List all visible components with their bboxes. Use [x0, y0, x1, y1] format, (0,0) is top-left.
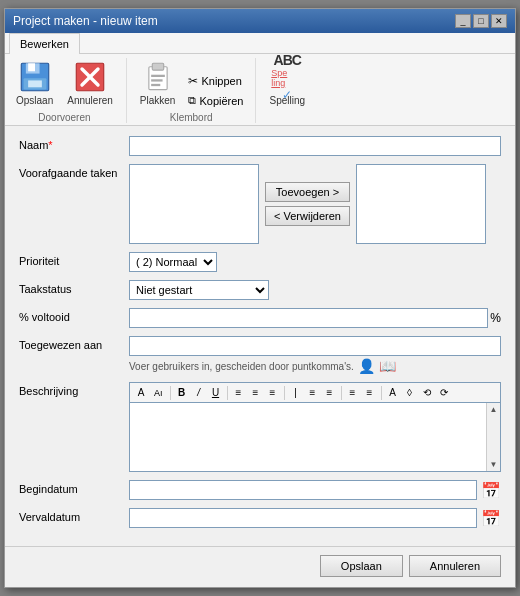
toegewezen-control: Voer gebruikers in, gescheiden door punt… — [129, 336, 501, 374]
vervaldatum-control: 📅 — [129, 508, 501, 528]
vervaldatum-row: Vervaldatum 📅 — [19, 508, 501, 528]
scroll-up-arrow[interactable]: ▲ — [488, 403, 500, 416]
beschrijving-row: Beschrijving A Aı B / U ≡ ≡ ≡ | ≡ ≡ — [19, 382, 501, 472]
begindatum-calendar-icon[interactable]: 📅 — [481, 481, 501, 500]
vervaldatum-input[interactable] — [129, 508, 477, 528]
ribbon-cancel-button[interactable]: Annuleren — [62, 58, 118, 109]
vertical-scrollbar[interactable]: ▲ ▼ — [486, 403, 500, 471]
begindatum-control: 📅 — [129, 480, 501, 500]
people-icon[interactable]: 👤 — [358, 358, 375, 374]
ribbon-save-button[interactable]: Opslaan — [11, 58, 58, 109]
taakstatus-control: Niet gestart Bezig Voltooid Uitgesteld — [129, 280, 501, 300]
desc-underline-btn[interactable]: U — [208, 385, 224, 400]
taakstatus-select[interactable]: Niet gestart Bezig Voltooid Uitgesteld — [129, 280, 269, 300]
desc-redo-btn[interactable]: ⟳ — [436, 385, 452, 400]
desc-align-center-btn[interactable]: ≡ — [248, 385, 264, 400]
ribbon-cut-button[interactable]: ✂ Knippen — [184, 72, 247, 90]
toevoegen-button[interactable]: Toevoegen > — [265, 182, 350, 202]
desc-font-btn[interactable]: A — [133, 385, 149, 400]
svg-rect-2 — [28, 63, 35, 71]
desc-font-size-btn[interactable]: Aı — [150, 386, 167, 400]
save-label: Opslaan — [16, 95, 53, 106]
vervaldatum-calendar-icon[interactable]: 📅 — [481, 509, 501, 528]
desc-italic-btn[interactable]: / — [191, 385, 207, 400]
desc-color-btn[interactable]: A — [385, 385, 401, 400]
toegewezen-input-row — [129, 336, 501, 356]
scissors-icon: ✂ — [188, 74, 198, 88]
toolbar-sep-4 — [341, 386, 342, 400]
desc-align-left-btn[interactable]: ≡ — [231, 385, 247, 400]
ribbon-paste-button[interactable]: Plakken — [135, 58, 181, 109]
spelling-icon: ABC Spe ling ✓ — [271, 61, 303, 93]
footer-cancel-button[interactable]: Annuleren — [409, 555, 501, 577]
pct-label: % voltooid — [19, 308, 129, 323]
close-button[interactable]: ✕ — [491, 14, 507, 28]
desc-undo-btn[interactable]: ⟲ — [419, 385, 435, 400]
restore-button[interactable]: □ — [473, 14, 489, 28]
desc-list2-btn[interactable]: ≡ — [322, 385, 338, 400]
beschrijving-label: Beschrijving — [19, 382, 129, 397]
ribbon-spelling-button[interactable]: ABC Spe ling ✓ Spelling — [264, 58, 310, 109]
taakstatus-row: Taakstatus Niet gestart Bezig Voltooid U… — [19, 280, 501, 300]
ribbon-content: Opslaan Annuleren Do — [5, 54, 515, 125]
svg-rect-12 — [151, 84, 160, 86]
naam-control — [129, 136, 501, 156]
prioriteit-select[interactable]: ( 2) Normaal (1) Hoog (3) Laag — [129, 252, 217, 272]
footer-save-button[interactable]: Opslaan — [320, 555, 403, 577]
beschrijving-editor[interactable]: ▲ ▼ — [129, 402, 501, 472]
desc-bold-btn[interactable]: B — [174, 385, 190, 400]
add-remove-buttons: Toevoegen > < Verwijderen — [265, 164, 350, 244]
scroll-down-arrow[interactable]: ▼ — [488, 458, 500, 471]
pct-input[interactable] — [129, 308, 488, 328]
voorafgaande-left-list[interactable] — [129, 164, 259, 244]
svg-rect-11 — [151, 79, 162, 81]
naam-label: Naam* — [19, 136, 129, 151]
minimize-button[interactable]: _ — [455, 14, 471, 28]
prioriteit-control: ( 2) Normaal (1) Hoog (3) Laag — [129, 252, 501, 272]
desc-outdent2-btn[interactable]: ≡ — [362, 385, 378, 400]
voorafgaande-row: Voorafgaande taken Toevoegen > < Verwijd… — [19, 164, 501, 244]
klembord-small-buttons: ✂ Knippen ⧉ Kopiëren — [184, 72, 247, 109]
paste-label: Plakken — [140, 95, 176, 106]
cancel-ribbon-label: Annuleren — [67, 95, 113, 106]
desc-indent-btn[interactable]: | — [288, 385, 304, 400]
klembord-buttons: Plakken ✂ Knippen ⧉ Kopiëren — [135, 58, 248, 109]
ribbon: Bewerken — [5, 33, 515, 126]
pct-row: % voltooid % — [19, 308, 501, 328]
form-area: Naam* Voorafgaande taken Toevoegen > < V… — [5, 126, 515, 546]
copy-icon: ⧉ — [188, 94, 196, 107]
verwijderen-button[interactable]: < Verwijderen — [265, 206, 350, 226]
toegewezen-input[interactable] — [129, 336, 501, 356]
prioriteit-row: Prioriteit ( 2) Normaal (1) Hoog (3) Laa… — [19, 252, 501, 272]
toegewezen-label: Toegewezen aan — [19, 336, 129, 351]
toolbar-sep-3 — [284, 386, 285, 400]
desc-list-btn[interactable]: ≡ — [305, 385, 321, 400]
footer-buttons: Opslaan Annuleren — [5, 546, 515, 587]
toegewezen-hint: Voer gebruikers in, gescheiden door punt… — [129, 358, 501, 374]
ribbon-tabs: Bewerken — [5, 33, 515, 54]
voorafgaande-right-list[interactable] — [356, 164, 486, 244]
begindatum-input[interactable] — [129, 480, 477, 500]
naam-input[interactable] — [129, 136, 501, 156]
ribbon-copy-button[interactable]: ⧉ Kopiëren — [184, 92, 247, 109]
desc-outdent-btn[interactable]: ≡ — [345, 385, 361, 400]
vervaldatum-label: Vervaldatum — [19, 508, 129, 523]
doorvoeren-buttons: Opslaan Annuleren — [11, 58, 118, 109]
toolbar-sep-2 — [227, 386, 228, 400]
taakstatus-label: Taakstatus — [19, 280, 129, 295]
prioriteit-label: Prioriteit — [19, 252, 129, 267]
begindatum-row: Begindatum 📅 — [19, 480, 501, 500]
toegewezen-row: Toegewezen aan Voer gebruikers in, gesch… — [19, 336, 501, 374]
svg-rect-10 — [151, 75, 165, 77]
begindatum-label: Begindatum — [19, 480, 129, 495]
beschrijving-control: A Aı B / U ≡ ≡ ≡ | ≡ ≡ ≡ ≡ — [129, 382, 501, 472]
save-icon — [19, 61, 51, 93]
ribbon-group-spelling: ABC Spe ling ✓ Spelling Spelling — [264, 58, 318, 123]
copy-label: Kopiëren — [199, 95, 243, 107]
desc-align-right-btn[interactable]: ≡ — [265, 385, 281, 400]
paste-icon — [142, 61, 174, 93]
tab-bewerken[interactable]: Bewerken — [9, 33, 80, 54]
book-icon[interactable]: 📖 — [379, 358, 396, 374]
spelling-label: Spelling — [269, 95, 305, 106]
desc-link-btn[interactable]: ◊ — [402, 385, 418, 400]
